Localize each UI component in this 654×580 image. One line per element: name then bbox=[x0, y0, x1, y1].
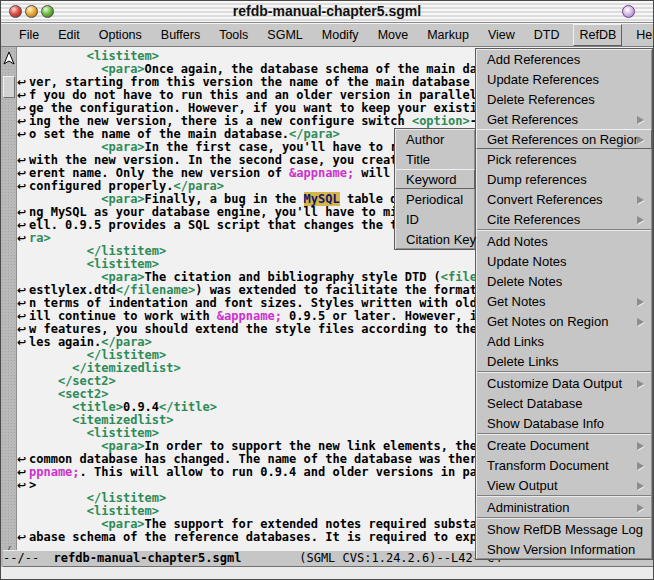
menu-item-get-references[interactable]: Get References bbox=[476, 109, 652, 129]
line-wrap-icon: ↩ bbox=[17, 102, 26, 115]
sgml-tag: <title> bbox=[72, 400, 123, 414]
code-text: 0.9.5 or later. However, if bbox=[282, 309, 484, 323]
code-text bbox=[29, 140, 101, 154]
menu-item-show-version-information[interactable]: Show Version Information bbox=[476, 539, 652, 559]
editor-scrollbar[interactable] bbox=[1, 47, 17, 567]
menu-item-add-notes[interactable]: Add Notes bbox=[476, 231, 652, 251]
code-text: abase schema of the reference databases.… bbox=[29, 530, 477, 544]
sgml-tag: <para> bbox=[101, 270, 144, 284]
submenu-arrow-icon bbox=[637, 504, 644, 512]
menu-item-delete-links[interactable]: Delete Links bbox=[476, 351, 652, 371]
menu-item-select-database[interactable]: Select Database bbox=[476, 393, 652, 413]
menu-item-view-output[interactable]: View Output bbox=[476, 475, 652, 495]
menu-item-id[interactable]: ID bbox=[395, 209, 475, 229]
modeline-gap bbox=[241, 551, 299, 565]
sgml-tag: <itemizedlist> bbox=[72, 413, 173, 427]
titlebar[interactable]: refdb-manual-chapter5.sgml bbox=[1, 1, 653, 23]
menubar-item-help[interactable]: Help bbox=[631, 25, 654, 45]
menu-item-dump-references[interactable]: Dump references bbox=[476, 169, 652, 189]
line-wrap-icon: ↩ bbox=[17, 89, 26, 102]
line-wrap-icon: ↩ bbox=[17, 167, 26, 180]
menu-item-convert-references[interactable]: Convert References bbox=[476, 189, 652, 209]
sgml-tag: <para> bbox=[101, 439, 144, 453]
line-wrap-icon: ↩ bbox=[17, 479, 26, 492]
line-wrap-icon: ↩ bbox=[17, 154, 26, 167]
sgml-tag: <para> bbox=[101, 140, 144, 154]
menu-item-create-document[interactable]: Create Document bbox=[476, 435, 652, 455]
submenu-arrow-icon bbox=[637, 482, 644, 490]
menu-item-show-refdb-message-log[interactable]: Show RefDB Message Log bbox=[476, 519, 652, 539]
menubar-item-sgml[interactable]: SGML bbox=[262, 25, 307, 45]
menu-item-show-database-info[interactable]: Show Database Info bbox=[476, 413, 652, 433]
code-text: o set the name of the main database. bbox=[29, 127, 289, 141]
menubar-item-file[interactable]: File bbox=[14, 25, 44, 45]
window-title: refdb-manual-chapter5.sgml bbox=[1, 3, 653, 19]
code-text: Once again, the database schema of the m… bbox=[145, 62, 477, 76]
submenu-arrow-icon bbox=[637, 216, 644, 224]
code-text bbox=[29, 192, 101, 206]
menu-item-get-notes[interactable]: Get Notes bbox=[476, 291, 652, 311]
menu-item-transform-document[interactable]: Transform Document bbox=[476, 455, 652, 475]
code-text: 0.9.4 bbox=[123, 400, 159, 414]
menubar-item-markup[interactable]: Markup bbox=[422, 25, 474, 45]
submenu-arrow-icon bbox=[637, 196, 644, 204]
menu-item-get-references-on-region[interactable]: Get References on Region bbox=[476, 129, 652, 149]
menubar-item-edit[interactable]: Edit bbox=[53, 25, 85, 45]
code-text: . This will allow to run 0.9.4 and older… bbox=[80, 465, 477, 479]
menu-item-add-references[interactable]: Add References bbox=[476, 49, 652, 69]
line-wrap-icon: ↩ bbox=[17, 206, 26, 219]
sgml-tag: </filename> bbox=[116, 283, 195, 297]
menu-item-periodical[interactable]: Periodical bbox=[395, 189, 475, 209]
menubar-item-modify[interactable]: Modify bbox=[317, 25, 364, 45]
menu-item-administration[interactable]: Administration bbox=[476, 497, 652, 517]
menubar-item-move[interactable]: Move bbox=[373, 25, 414, 45]
sgml-tag: </listitem> bbox=[87, 491, 166, 505]
code-text bbox=[29, 361, 72, 375]
sgml-entity: &appname; bbox=[217, 309, 282, 323]
line-wrap-icon: ↩ bbox=[17, 466, 26, 479]
code-text bbox=[29, 49, 87, 63]
scrollbar-thumb[interactable] bbox=[3, 76, 15, 98]
code-text: ing the new version, there is a new conf… bbox=[29, 114, 412, 128]
menu-item-get-notes-on-region[interactable]: Get Notes on Region bbox=[476, 311, 652, 331]
menubar-item-options[interactable]: Options bbox=[94, 25, 147, 45]
line-wrap-icon: ↩ bbox=[17, 128, 26, 141]
menubar-item-refdb[interactable]: RefDB bbox=[573, 24, 622, 46]
menubar-item-buffers[interactable]: Buffers bbox=[156, 25, 205, 45]
code-text: ge the configuration. However, if you wa… bbox=[29, 101, 491, 115]
menubar-item-tools[interactable]: Tools bbox=[214, 25, 253, 45]
code-text bbox=[29, 517, 101, 531]
menu-item-delete-notes[interactable]: Delete Notes bbox=[476, 271, 652, 291]
sgml-tag: <para> bbox=[101, 192, 144, 206]
menu-item-keyword[interactable]: Keyword bbox=[395, 169, 475, 189]
code-text bbox=[29, 257, 87, 271]
code-text: In the first case, you'll have to r bbox=[145, 140, 398, 154]
menu-item-pick-references[interactable]: Pick references bbox=[476, 149, 652, 169]
code-text: ell. 0.9.5 provides a SQL script that ch… bbox=[29, 218, 397, 232]
menu-item-customize-data-output[interactable]: Customize Data Output bbox=[476, 373, 652, 393]
menubar-item-dtd[interactable]: DTD bbox=[529, 25, 565, 45]
code-text bbox=[29, 491, 87, 505]
code-text: ng MySQL as your database engine, you'll… bbox=[29, 205, 397, 219]
menu-item-title[interactable]: Title bbox=[395, 149, 475, 169]
submenu-arrow-icon bbox=[637, 116, 644, 124]
sgml-tag: </sect2> bbox=[58, 374, 116, 388]
menu-item-cite-references[interactable]: Cite References bbox=[476, 209, 652, 229]
code-text bbox=[29, 244, 87, 258]
sgml-tag: ra> bbox=[29, 231, 51, 245]
menu-item-update-references[interactable]: Update References bbox=[476, 69, 652, 89]
get-references-on-region-submenu: AuthorTitleKeywordPeriodicalIDCitation K… bbox=[394, 128, 476, 250]
echo-area bbox=[1, 568, 654, 580]
menu-item-delete-references[interactable]: Delete References bbox=[476, 89, 652, 109]
menu-item-update-notes[interactable]: Update Notes bbox=[476, 251, 652, 271]
menu-item-add-links[interactable]: Add Links bbox=[476, 331, 652, 351]
line-wrap-icon: ↩ bbox=[17, 180, 26, 193]
sgml-tag: </listitem> bbox=[87, 348, 166, 362]
code-text bbox=[29, 439, 101, 453]
menubar-item-view[interactable]: View bbox=[483, 25, 520, 45]
menu-item-author[interactable]: Author bbox=[395, 129, 475, 149]
line-wrap-icon: ↩ bbox=[17, 232, 26, 245]
sgml-entity: ppname; bbox=[29, 465, 80, 479]
code-text bbox=[29, 413, 72, 427]
menu-item-citation-key[interactable]: Citation Key bbox=[395, 229, 475, 249]
